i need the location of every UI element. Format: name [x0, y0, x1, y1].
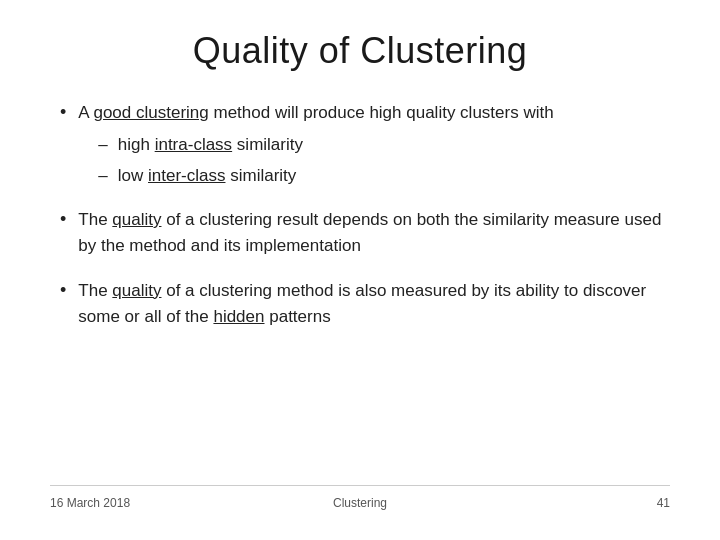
bullet3-prefix: The	[78, 281, 112, 300]
slide-container: Quality of Clustering • A good clusterin…	[0, 0, 720, 540]
bullet2-quality-underline: quality	[112, 210, 161, 229]
bullet1-underline: good clustering	[93, 103, 208, 122]
bullet1-prefix: A	[78, 103, 93, 122]
sub-bullets-1: – high intra-class similarity – low inte…	[98, 132, 553, 189]
footer-date: 16 March 2018	[50, 496, 257, 510]
bullet3-suffix1: of a clustering method is also measured …	[78, 281, 646, 326]
footer-topic: Clustering	[257, 496, 464, 510]
bullet3-hidden-underline: hidden	[213, 307, 264, 326]
footer-page: 41	[463, 496, 670, 510]
bullet2-suffix: of a clustering result depends on both t…	[78, 210, 661, 255]
inter-class-underline: inter-class	[148, 166, 225, 185]
sub-text-1: high intra-class similarity	[118, 132, 303, 158]
intra-class-underline: intra-class	[155, 135, 232, 154]
sub-dash-2: –	[98, 163, 107, 189]
footer: 16 March 2018 Clustering 41	[50, 485, 670, 510]
bullet-item-2: • The quality of a clustering result dep…	[60, 207, 670, 260]
bullet-dot-3: •	[60, 280, 66, 301]
bullet-item-3: • The quality of a clustering method is …	[60, 278, 670, 331]
bullet-item-1: • A good clustering method will produce …	[60, 100, 670, 189]
sub-bullet-1-1: – high intra-class similarity	[98, 132, 553, 158]
sub-bullet-1-2: – low inter-class similarity	[98, 163, 553, 189]
sub-dash-1: –	[98, 132, 107, 158]
bullet1-suffix: method will produce high quality cluster…	[209, 103, 554, 122]
bullet-dot-2: •	[60, 209, 66, 230]
bullet-dot-1: •	[60, 102, 66, 123]
bullet-text-1: A good clustering method will produce hi…	[78, 100, 553, 189]
bullet-text-2: The quality of a clustering result depen…	[78, 207, 670, 260]
bullet-text-3: The quality of a clustering method is al…	[78, 278, 670, 331]
bullet3-quality-underline: quality	[112, 281, 161, 300]
bullet3-suffix2: patterns	[265, 307, 331, 326]
slide-title: Quality of Clustering	[50, 30, 670, 72]
bullet2-prefix: The	[78, 210, 112, 229]
content-area: • A good clustering method will produce …	[50, 100, 670, 485]
sub-text-2: low inter-class similarity	[118, 163, 297, 189]
